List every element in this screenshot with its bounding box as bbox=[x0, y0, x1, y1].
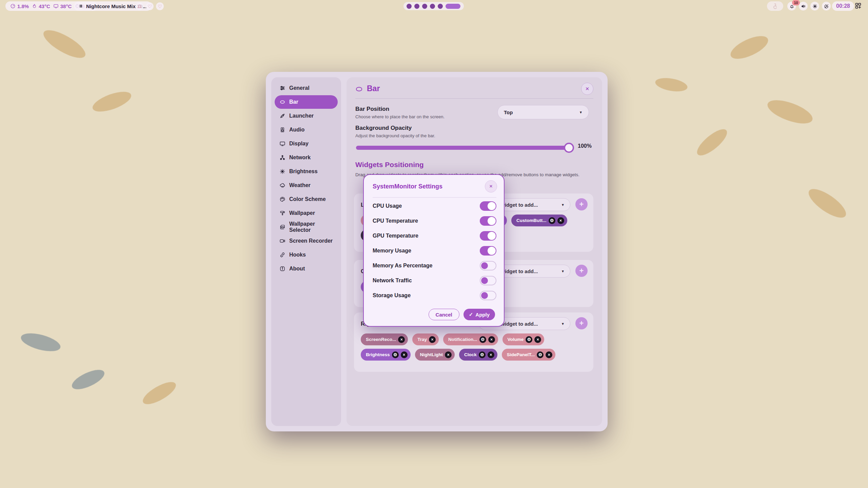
sidebar-item-screen-recorder[interactable]: Screen Recorder bbox=[275, 234, 338, 248]
chip-row: Brightness ⚙ × NightLight × Clock ⚙ × bbox=[361, 349, 555, 361]
ghost-button[interactable] bbox=[136, 2, 143, 10]
widget-settings-icon[interactable]: ⚙ bbox=[479, 336, 486, 343]
clock-widget[interactable]: 00:28 bbox=[832, 1, 854, 11]
widget-remove-icon[interactable]: × bbox=[557, 217, 564, 224]
workspace-dot-2[interactable] bbox=[414, 4, 419, 9]
heart-icon: ♡ bbox=[158, 4, 162, 9]
widget-chip[interactable]: ScreenReco... × bbox=[361, 333, 408, 345]
widget-remove-icon[interactable]: × bbox=[401, 351, 408, 358]
chevron-down-icon: ▼ bbox=[561, 269, 565, 273]
widget-settings-icon[interactable]: ⚙ bbox=[526, 336, 532, 343]
cpu-temp-stat: 43°C bbox=[32, 3, 50, 9]
sidebar-item-wallpaper[interactable]: Wallpaper bbox=[275, 206, 338, 220]
workspace-indicator[interactable] bbox=[403, 2, 464, 10]
heart-button-1[interactable]: ♡ bbox=[146, 2, 154, 10]
widget-chip[interactable]: Brightness ⚙ × bbox=[361, 349, 411, 361]
sidebar-item-brightness[interactable]: Brightness bbox=[275, 165, 338, 178]
plus-icon: + bbox=[579, 266, 584, 275]
toggle-knob bbox=[488, 217, 496, 225]
paint-roller-icon bbox=[279, 210, 285, 216]
toggle-label: Storage Usage bbox=[373, 292, 411, 299]
night-light-button[interactable] bbox=[822, 2, 831, 11]
toggle-row-cpu-temperature: CPU Temperature bbox=[373, 216, 496, 226]
dialog-close-button[interactable]: × bbox=[485, 180, 497, 192]
tray-app-button[interactable] bbox=[767, 1, 783, 11]
tray-app-icon bbox=[772, 3, 778, 9]
brightness-button[interactable] bbox=[810, 2, 819, 11]
toggle-label: Network Traffic bbox=[373, 278, 412, 284]
widget-chip[interactable]: Volume ⚙ × bbox=[502, 333, 545, 345]
cpu-temperature-toggle[interactable] bbox=[480, 216, 496, 226]
slider-thumb[interactable] bbox=[564, 143, 574, 153]
sidebar-item-color-scheme[interactable]: Color Scheme bbox=[275, 192, 338, 206]
workspace-dot-5[interactable] bbox=[438, 4, 443, 9]
widget-remove-icon[interactable]: × bbox=[534, 336, 541, 343]
memory-usage-toggle[interactable] bbox=[480, 246, 496, 256]
apply-button[interactable]: ✓ Apply bbox=[463, 309, 495, 320]
images-icon bbox=[279, 224, 285, 230]
sidebar-item-wallpaper-selector[interactable]: Wallpaper Selector bbox=[275, 220, 338, 234]
widget-chip[interactable]: Clock ⚙ × bbox=[459, 349, 497, 361]
toggle-knob bbox=[481, 292, 488, 299]
widget-chip-label: Tray bbox=[417, 337, 427, 342]
notification-badge: 10 bbox=[792, 0, 800, 5]
oval-icon bbox=[355, 86, 363, 92]
cpu-temp-value: 43°C bbox=[39, 3, 50, 9]
cpu-usage-toggle[interactable] bbox=[480, 201, 496, 211]
add-widget-button[interactable]: + bbox=[575, 198, 588, 210]
info-icon bbox=[279, 266, 285, 272]
sidebar-item-audio[interactable]: Audio bbox=[275, 123, 338, 137]
widget-settings-icon[interactable]: ⚙ bbox=[549, 217, 555, 224]
cpu-usage-value: 1.8% bbox=[17, 3, 29, 9]
widget-remove-icon[interactable]: × bbox=[546, 351, 552, 358]
add-widget-button[interactable]: + bbox=[575, 265, 588, 277]
heart-button-2[interactable]: ♡ bbox=[156, 2, 164, 10]
workspace-active-pill[interactable] bbox=[446, 4, 460, 9]
sidebar-item-general[interactable]: General bbox=[275, 81, 338, 95]
widget-settings-icon[interactable]: ⚙ bbox=[537, 351, 544, 358]
close-button[interactable]: × bbox=[581, 83, 593, 95]
network-traffic-toggle[interactable] bbox=[480, 276, 496, 285]
sidebar-item-network[interactable]: Network bbox=[275, 151, 338, 164]
gpu-temperature-toggle[interactable] bbox=[480, 231, 496, 241]
widget-chip[interactable]: NightLight × bbox=[415, 349, 455, 361]
overview-button[interactable] bbox=[854, 2, 862, 11]
widget-remove-icon[interactable]: × bbox=[398, 336, 405, 343]
sidebar-item-label: Launcher bbox=[289, 113, 314, 119]
workspace-dot-4[interactable] bbox=[430, 4, 435, 9]
sidebar-item-label: Wallpaper Selector bbox=[289, 221, 333, 233]
sidebar-item-launcher[interactable]: Launcher bbox=[275, 109, 338, 123]
widget-settings-icon[interactable]: ⚙ bbox=[392, 351, 399, 358]
sidebar-item-about[interactable]: About bbox=[275, 262, 338, 276]
widget-remove-icon[interactable]: × bbox=[445, 351, 452, 358]
bar-position-dropdown[interactable]: Top ▼ bbox=[497, 105, 589, 119]
widget-chip[interactable]: Tray × bbox=[412, 333, 439, 345]
widget-chip[interactable]: Notification... ⚙ × bbox=[443, 333, 498, 345]
volume-button[interactable] bbox=[799, 2, 808, 11]
opacity-slider[interactable] bbox=[356, 146, 572, 150]
widget-remove-icon[interactable]: × bbox=[429, 336, 436, 343]
storage-usage-toggle[interactable] bbox=[480, 291, 496, 300]
divider bbox=[355, 98, 593, 99]
sidebar-item-display[interactable]: Display bbox=[275, 137, 338, 150]
widget-settings-icon[interactable]: ⚙ bbox=[479, 351, 486, 358]
toggle-row-storage-usage: Storage Usage bbox=[373, 290, 496, 301]
workspace-dot-3[interactable] bbox=[422, 4, 427, 9]
settings-sidebar: General Bar Launcher Audio Display Netwo… bbox=[271, 77, 341, 426]
sidebar-item-weather[interactable]: Weather bbox=[275, 179, 338, 192]
sun-icon bbox=[812, 4, 817, 9]
add-widget-button[interactable]: + bbox=[575, 317, 588, 329]
memory-as-percentage-toggle[interactable] bbox=[480, 261, 496, 270]
cloud-rain-icon bbox=[279, 182, 285, 188]
widgets-positioning-title: Widgets Positioning bbox=[355, 161, 424, 169]
widget-chip[interactable]: CustomButt... ⚙ × bbox=[511, 215, 567, 226]
desktop: 1.8% 43°C 38°C 9.7G Nightcore Music Mix … bbox=[0, 0, 868, 488]
widget-chip[interactable]: SidePanelT... ⚙ × bbox=[502, 349, 556, 361]
workspace-dot-1[interactable] bbox=[407, 4, 412, 9]
sidebar-item-label: Network bbox=[289, 155, 311, 161]
cancel-button[interactable]: Cancel bbox=[429, 309, 459, 320]
sidebar-item-bar[interactable]: Bar bbox=[275, 95, 338, 109]
widget-remove-icon[interactable]: × bbox=[488, 351, 494, 358]
sidebar-item-hooks[interactable]: Hooks bbox=[275, 248, 338, 262]
widget-remove-icon[interactable]: × bbox=[488, 336, 495, 343]
